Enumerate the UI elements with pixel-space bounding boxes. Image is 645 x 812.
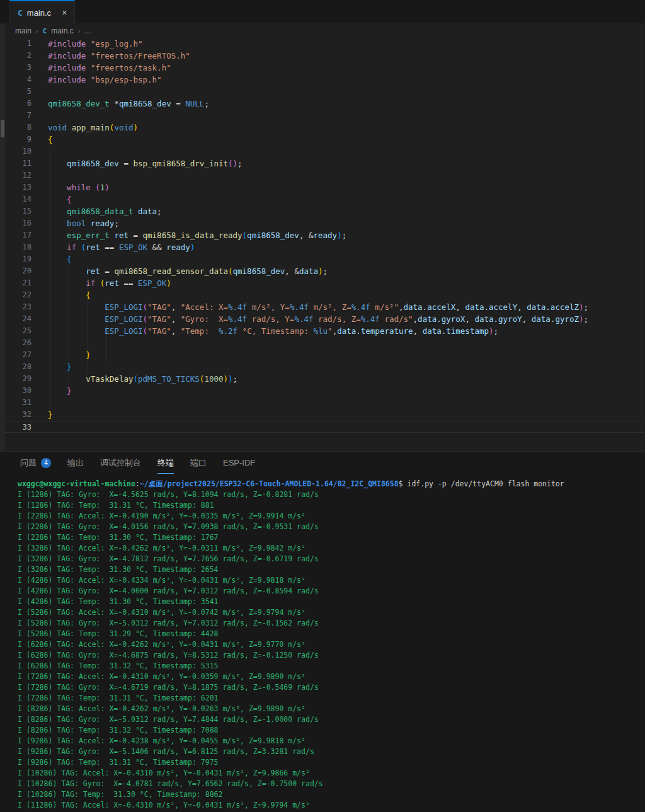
code-line[interactable]: 3#include "freertos/task.h"	[5, 62, 645, 74]
terminal-log-line: I (6286) TAG: Gyro: X=-4.6875 rad/s, Y=8…	[18, 650, 645, 661]
line-number: 22	[5, 289, 48, 301]
vscode-window: C main.c × main › C main.c › ... 1#inclu…	[0, 0, 645, 812]
panel-tab-输出[interactable]: 输出	[67, 452, 84, 474]
line-number: 2	[5, 50, 48, 62]
code-line[interactable]: 29 vTaskDelay(pdMS_TO_TICKS(1000));	[5, 373, 645, 385]
code-line[interactable]: 15 qmi8658_data_t data;	[5, 205, 645, 217]
terminal-log-line: I (5286) TAG: Temp: 31.29 °C, Timestamp:…	[18, 629, 645, 639]
line-number: 5	[5, 86, 48, 98]
code-line[interactable]: 5	[5, 86, 645, 98]
breadcrumb-symbol[interactable]: ...	[84, 26, 91, 35]
code-text: {	[48, 193, 72, 205]
code-line[interactable]: 24 ESP_LOGI("TAG", "Gyro: X=%.4f rad/s, …	[5, 313, 645, 325]
terminal-log-line: I (2286) TAG: Accel: X=-0.4190 m/s², Y=-…	[18, 511, 645, 522]
code-text: esp_err_t ret = qmi8658_is_data_ready(qm…	[48, 229, 346, 241]
terminal-log-line: I (7286) TAG: Accel: X=-0.4310 m/s², Y=-…	[18, 672, 645, 682]
code-line[interactable]: 8void app_main(void)	[5, 122, 645, 134]
terminal-log-line: I (6286) TAG: Accel: X=-0.4262 m/s², Y=-…	[18, 639, 645, 650]
code-line[interactable]: 19 {	[5, 253, 645, 265]
code-line[interactable]: 12	[5, 169, 645, 181]
code-text: }	[48, 385, 72, 397]
c-language-icon: C	[18, 8, 23, 18]
terminal-log-line: I (9286) TAG: Temp: 31.31 °C, Timestamp:…	[18, 757, 645, 768]
code-text: {	[48, 134, 53, 146]
panel-tab-ESP-IDF[interactable]: ESP-IDF	[223, 452, 255, 474]
code-text: if (ret == ESP_OK)	[48, 277, 171, 289]
terminal-prompt-line: wxggc@wxggc-virtual-machine:~/桌面/project…	[18, 479, 645, 489]
code-line[interactable]: 13 while (1)	[5, 181, 645, 193]
code-line[interactable]: 2#include "freertos/FreeRTOS.h"	[5, 50, 645, 62]
terminal-log-line: I (4286) TAG: Accel: X=-0.4334 m/s², Y=-…	[18, 575, 645, 586]
code-line[interactable]: 6qmi8658_dev_t *qmi8658_dev = NULL;	[5, 98, 645, 110]
code-line[interactable]: 32}	[5, 409, 645, 421]
line-number: 16	[5, 217, 48, 229]
code-text: ret = qmi8658_read_sensor_data(qmi8658_d…	[48, 265, 328, 277]
terminal-log-line: I (8286) TAG: Gyro: X=-5.0312 rad/s, Y=7…	[18, 714, 645, 725]
scrollbar-thumb[interactable]	[1, 120, 4, 137]
code-line[interactable]: 1#include "esp_log.h"	[5, 38, 645, 50]
line-number: 9	[5, 134, 48, 146]
panel-tab-label: 问题	[20, 452, 37, 473]
code-line[interactable]: 17 esp_err_t ret = qmi8658_is_data_ready…	[5, 229, 645, 241]
breadcrumb-folder[interactable]: main	[15, 26, 31, 35]
panel-tab-问题[interactable]: 问题4	[20, 452, 51, 474]
line-number: 20	[5, 265, 48, 277]
code-line[interactable]: 33	[5, 421, 645, 433]
code-line[interactable]: 18 if (ret == ESP_OK && ready)	[5, 241, 645, 253]
code-line[interactable]: 11 qmi8658_dev = bsp_qmi8658_drv_init();	[5, 157, 645, 169]
close-icon[interactable]: ×	[62, 8, 67, 18]
terminal-log-line: I (5286) TAG: Accel: X=-0.4310 m/s², Y=-…	[18, 607, 645, 618]
terminal[interactable]: wxggc@wxggc-virtual-machine:~/桌面/project…	[0, 476, 645, 812]
c-language-icon: C	[43, 27, 47, 35]
code-line[interactable]: 25 ESP_LOGI("TAG", "Temp: %.2f °C, Times…	[5, 325, 645, 337]
terminal-log-line: I (8286) TAG: Accel: X=-0.4262 m/s², Y=-…	[18, 704, 645, 714]
code-line[interactable]: 23 ESP_LOGI("TAG", "Accel: X=%.4f m/s², …	[5, 301, 645, 313]
line-number: 19	[5, 253, 48, 265]
chevron-right-icon: ›	[78, 27, 81, 35]
code-line[interactable]: 14 {	[5, 193, 645, 205]
line-number: 27	[5, 349, 48, 361]
breadcrumb-file[interactable]: main.c	[51, 26, 73, 35]
code-line[interactable]: 7	[5, 110, 645, 122]
code-line[interactable]: 30 }	[5, 385, 645, 397]
code-text: #include "freertos/task.h"	[48, 62, 171, 74]
terminal-log-line: I (3286) TAG: Gyro: X=-4.7812 rad/s, Y=7…	[18, 554, 645, 564]
code-line[interactable]: 10	[5, 146, 645, 157]
indent-guide	[88, 265, 88, 373]
panel-tab-端口[interactable]: 端口	[190, 452, 207, 474]
code-line[interactable]: 26	[5, 337, 645, 349]
terminal-log-line: I (7286) TAG: Temp: 31.31 °C, Timestamp:…	[18, 693, 645, 704]
breadcrumb: main › C main.c › ...	[0, 24, 645, 38]
line-number: 4	[5, 74, 48, 86]
tab-main-c[interactable]: C main.c ×	[9, 0, 75, 24]
line-number: 17	[5, 229, 48, 241]
terminal-log-line: I (4286) TAG: Temp: 31.30 °C, Timestamp:…	[18, 597, 645, 607]
code-line[interactable]: 31	[5, 397, 645, 409]
line-number: 14	[5, 193, 48, 205]
terminal-cwd: ~/桌面/project2025/ESP32-C6-Touch-AMOLED-1…	[140, 479, 399, 488]
code-editor[interactable]: 1#include "esp_log.h"2#include "freertos…	[5, 38, 645, 451]
line-number: 10	[5, 146, 48, 157]
line-number: 33	[5, 421, 48, 432]
code-text: ESP_LOGI("TAG", "Temp: %.2f °C, Timestam…	[48, 325, 498, 337]
panel-tab-终端[interactable]: 终端	[157, 452, 174, 474]
code-line[interactable]: 22 {	[5, 289, 645, 301]
panel-tab-调试控制台[interactable]: 调试控制台	[100, 452, 141, 474]
tab-label: main.c	[27, 8, 51, 18]
bottom-panel: 问题4输出调试控制台终端端口ESP-IDF wxggc@wxggc-virtua…	[0, 451, 645, 812]
line-number: 26	[5, 337, 48, 349]
code-line[interactable]: 16 bool ready;	[5, 217, 645, 229]
terminal-log-line: I (2286) TAG: Temp: 31.30 °C, Timestamp:…	[18, 532, 645, 543]
terminal-log-line: I (10286) TAG: Gyro: X=-4.0781 rad/s, Y=…	[18, 779, 645, 789]
panel-tab-label: 调试控制台	[100, 452, 141, 473]
code-line[interactable]: 20 ret = qmi8658_read_sensor_data(qmi865…	[5, 265, 645, 277]
panel-tab-label: ESP-IDF	[223, 452, 255, 473]
editor-left-scrollbar[interactable]	[0, 24, 5, 451]
line-number: 13	[5, 181, 48, 193]
code-line[interactable]: 4#include "bsp/esp-bsp.h"	[5, 74, 645, 86]
line-number: 25	[5, 325, 48, 337]
code-line[interactable]: 21 if (ret == ESP_OK)	[5, 277, 645, 289]
code-line[interactable]: 9{	[5, 134, 645, 146]
code-line[interactable]: 27 }	[5, 349, 645, 361]
code-line[interactable]: 28 }	[5, 361, 645, 373]
